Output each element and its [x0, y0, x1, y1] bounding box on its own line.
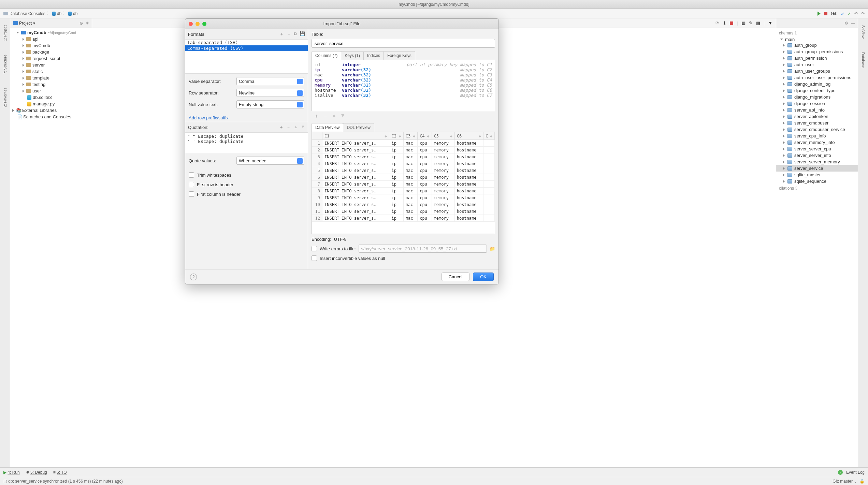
db-table-item[interactable]: server_server_info	[776, 152, 858, 159]
db-table-item[interactable]: django_session	[776, 100, 858, 107]
db-table-item[interactable]: auth_permission	[776, 55, 858, 61]
db-table-item[interactable]: django_content_type	[776, 87, 858, 94]
maximize-icon[interactable]	[202, 22, 206, 26]
first-col-checkbox[interactable]: First column is header	[185, 189, 308, 199]
project-tree[interactable]: myCmdb ~/django/myCmd apimyCmdbpackagere…	[10, 28, 92, 467]
db-table-item[interactable]: sqlite_sequence	[776, 178, 858, 185]
save-icon[interactable]: 💾	[300, 31, 305, 37]
db-toolbar-icon[interactable]: ⤓	[723, 20, 726, 26]
db-table-item[interactable]: django_admin_log	[776, 81, 858, 87]
db-table-item[interactable]: auth_user_groups	[776, 68, 858, 74]
column-tab[interactable]: Foreign Keys	[384, 51, 415, 60]
insert-null-checkbox[interactable]	[312, 255, 317, 261]
table-name-input[interactable]	[312, 39, 495, 48]
run-tab[interactable]: ▶ 4: Run	[3, 470, 20, 475]
quote-values-select[interactable]: When needed	[236, 157, 304, 165]
preview-tab[interactable]: DDL Preview	[343, 123, 374, 132]
browse-icon[interactable]: 📁	[490, 246, 495, 251]
quotation-list[interactable]: " " Escape: duplicate' ' Escape: duplica…	[185, 133, 308, 153]
database-tree[interactable]: chemas 1 main auth_groupauth_group_permi…	[776, 28, 858, 467]
db-table-item[interactable]: django_migrations	[776, 94, 858, 100]
add-column-icon[interactable]: ＋	[314, 113, 319, 120]
crumb-1[interactable]: db	[57, 11, 61, 16]
format-option[interactable]: Tab-separated (TSV)	[185, 40, 308, 45]
db-table-item[interactable]: server_cpu_info	[776, 133, 858, 139]
first-row-checkbox[interactable]: First row is header	[185, 180, 308, 189]
collapse-icon[interactable]: ⊖	[79, 21, 83, 26]
db-table-item[interactable]: auth_user_user_permissions	[776, 74, 858, 81]
event-log[interactable]: Event Log	[846, 470, 865, 475]
dialog-titlebar[interactable]: Import "bb.sql" File	[185, 19, 498, 29]
tab-database[interactable]: Database	[861, 52, 865, 68]
db-table-item[interactable]: auth_user	[776, 61, 858, 68]
crumb-2[interactable]: db	[73, 11, 77, 16]
columns-area[interactable]: idinteger-- part of primary key mapped t…	[312, 60, 495, 111]
add-prefix-link[interactable]: Add row prefix/suffix	[185, 114, 308, 122]
run-icon[interactable]	[818, 12, 821, 16]
git-commit-icon[interactable]: ✓	[848, 11, 851, 16]
format-option[interactable]: Comma-separated (CSV)	[185, 45, 308, 51]
column-row[interactable]: ipvarchar(32)mapped to C2	[315, 67, 492, 72]
crumb-0[interactable]: Database Consoles	[10, 11, 45, 16]
column-row[interactable]: memoryvarchar(32)mapped to C5	[315, 83, 492, 88]
db-table-item[interactable]: server_api_info	[776, 107, 858, 113]
tree-item[interactable]: api	[10, 36, 92, 42]
filter-icon[interactable]: ▼	[768, 20, 772, 26]
tree-item[interactable]: db.sqlite3	[10, 94, 92, 101]
column-tab[interactable]: Columns (7)	[312, 51, 341, 60]
quotation-row[interactable]: " " Escape: duplicate	[187, 134, 306, 139]
git-history-icon[interactable]: ↶	[854, 11, 858, 16]
write-errors-checkbox[interactable]	[312, 246, 317, 251]
minimize-icon[interactable]: —	[851, 21, 855, 26]
add-icon[interactable]: ＋	[279, 124, 284, 130]
remove-column-icon[interactable]: －	[322, 113, 328, 120]
stop-icon[interactable]	[824, 12, 827, 15]
tree-item[interactable]: template	[10, 75, 92, 81]
up-column-icon[interactable]: ▲	[331, 113, 337, 120]
tree-item[interactable]: static	[10, 68, 92, 75]
tree-item[interactable]: manage.py	[10, 101, 92, 107]
column-tabs[interactable]: Columns (7)Keys (1)IndicesForeign Keys	[312, 51, 495, 60]
db-toolbar-icon[interactable]: ✎	[749, 20, 753, 26]
ok-button[interactable]: OK	[473, 273, 494, 281]
gear-icon[interactable]: ⚙	[844, 21, 848, 26]
column-tab[interactable]: Keys (1)	[341, 51, 364, 60]
copy-icon[interactable]: ⧉	[294, 31, 297, 37]
trim-checkbox[interactable]: Trim whitespaces	[185, 170, 308, 180]
debug-tab[interactable]: ✸ 5: Debug	[26, 470, 47, 475]
db-table-item[interactable]: server_server_cpu	[776, 146, 858, 152]
preview-tab[interactable]: Data Preview	[312, 123, 343, 132]
minimize-icon[interactable]	[196, 22, 200, 26]
cancel-button[interactable]: Cancel	[442, 273, 469, 281]
git-branch[interactable]: Git: master	[833, 479, 853, 484]
row-separator-select[interactable]: Newline	[236, 89, 304, 97]
column-row[interactable]: hostnamevarchar(32)mapped to C6	[315, 88, 492, 93]
help-button[interactable]: ?	[190, 274, 197, 280]
column-row[interactable]: isalivevarchar(32)mapped to C7	[315, 93, 492, 98]
db-toolbar-icon[interactable]: ▦	[741, 20, 746, 26]
down-icon[interactable]: ▼	[301, 124, 305, 130]
formats-list[interactable]: Tab-separated (TSV)Comma-separated (CSV)	[185, 40, 308, 74]
remove-icon[interactable]: －	[287, 31, 291, 37]
encoding-select[interactable]: UTF-8	[334, 237, 395, 242]
write-errors-path[interactable]	[359, 245, 487, 253]
external-libraries[interactable]: 📚External Libraries	[10, 107, 92, 114]
data-preview[interactable]: C1 ◆C2 ◆C3 ◆C4 ◆C5 ◆C6 ◆C ◆1INSERT INTO …	[312, 132, 495, 234]
preview-tabs[interactable]: Data PreviewDDL Preview	[312, 123, 495, 132]
up-icon[interactable]: ▲	[293, 124, 298, 130]
close-icon[interactable]	[189, 22, 193, 26]
column-row[interactable]: macvarchar(32)mapped to C3	[315, 72, 492, 77]
db-toolbar-icon[interactable]: ▩	[756, 20, 760, 26]
tree-item[interactable]: testing	[10, 81, 92, 88]
settings-icon[interactable]: ✶	[86, 21, 89, 26]
db-table-item[interactable]: server_memory_info	[776, 139, 858, 146]
add-icon[interactable]: ＋	[279, 31, 284, 37]
null-value-select[interactable]: Empty string	[236, 100, 304, 108]
tree-item[interactable]: myCmdb	[10, 42, 92, 49]
db-toolbar-icon[interactable]	[730, 21, 733, 25]
todo-tab[interactable]: ≡ 6: TO	[53, 470, 67, 475]
value-separator-select[interactable]: Comma	[236, 77, 304, 85]
column-row[interactable]: idinteger-- part of primary key mapped t…	[315, 62, 492, 67]
git-update-icon[interactable]: ⇙	[841, 11, 844, 16]
db-table-item[interactable]: auth_group	[776, 42, 858, 48]
